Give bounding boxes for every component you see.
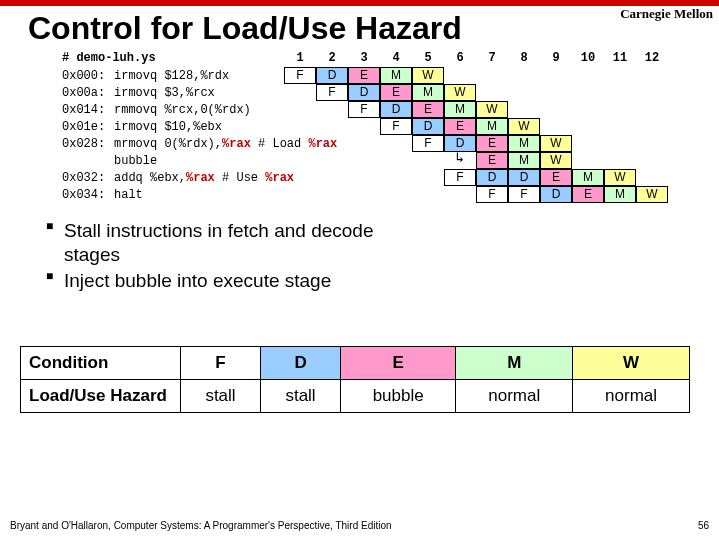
- pipeline-diagram: # demo-luh.ys 123456789101112 0x000:irmo…: [62, 49, 719, 203]
- cycle-2: 2: [316, 52, 348, 64]
- cycle-11: 11: [604, 52, 636, 64]
- stage-F: F: [380, 118, 412, 135]
- stage-M: M: [508, 152, 540, 169]
- stage-M: M: [476, 118, 508, 135]
- stage-E: E: [412, 101, 444, 118]
- code-file-comment: # demo-luh.ys: [62, 52, 284, 64]
- instruction: irmovq $3,%rcx: [114, 87, 284, 99]
- stage-F: F: [508, 186, 540, 203]
- stage-F: F: [316, 84, 348, 101]
- stage-E: E: [572, 186, 604, 203]
- brand: Carnegie Mellon: [620, 6, 713, 22]
- stage-F: F: [348, 101, 380, 118]
- code-row: 0x028:mrmovq 0(%rdx),%rax # Load %raxFDE…: [62, 135, 719, 152]
- code-row: 0x01e:irmovq $10,%ebxFDEMW: [62, 118, 719, 135]
- slide-title: Control for Load/Use Hazard: [28, 10, 719, 47]
- bullet-text: Inject bubble into execute stage: [64, 269, 331, 293]
- cycle-5: 5: [412, 52, 444, 64]
- addr: 0x028:: [62, 138, 114, 150]
- table-cell: stall: [181, 380, 261, 413]
- addr: 0x014:: [62, 104, 114, 116]
- stage-E: E: [444, 118, 476, 135]
- stage-D: D: [476, 169, 508, 186]
- stage-W: W: [412, 67, 444, 84]
- stage-D: D: [508, 169, 540, 186]
- code-row: 0x034:haltFFDEMW: [62, 186, 719, 203]
- bullet-item: ■Inject bubble into execute stage: [46, 269, 719, 293]
- table-header: D: [261, 347, 341, 380]
- table-header: Condition: [21, 347, 181, 380]
- bullets: ■Stall instructions in fetch and decode …: [46, 219, 719, 292]
- stage-D: D: [348, 84, 380, 101]
- table-cell: stall: [261, 380, 341, 413]
- code-row: 0x000:irmovq $128,%rdxFDEMW: [62, 67, 719, 84]
- stage-W: W: [444, 84, 476, 101]
- stage-D: D: [316, 67, 348, 84]
- instruction: bubble: [114, 155, 284, 167]
- page-number: 56: [698, 520, 709, 531]
- table-header: M: [456, 347, 573, 380]
- addr: 0x032:: [62, 172, 114, 184]
- cycle-9: 9: [540, 52, 572, 64]
- stage-W: W: [604, 169, 636, 186]
- table-cell: normal: [573, 380, 690, 413]
- stage-W: W: [636, 186, 668, 203]
- cycle-12: 12: [636, 52, 668, 64]
- bullet-item: ■Stall instructions in fetch and decode …: [46, 219, 719, 267]
- bullet-text: Stall instructions in fetch and decode s…: [64, 219, 394, 267]
- addr: 0x034:: [62, 189, 114, 201]
- cycle-7: 7: [476, 52, 508, 64]
- cycle-1: 1: [284, 52, 316, 64]
- cycle-3: 3: [348, 52, 380, 64]
- stage-M: M: [380, 67, 412, 84]
- stage-D: D: [412, 118, 444, 135]
- action-table: ConditionFDEMW Load/Use Hazardstallstall…: [20, 346, 690, 413]
- stage-F: F: [412, 135, 444, 152]
- stage-D: D: [540, 186, 572, 203]
- stage-M: M: [604, 186, 636, 203]
- cycle-8: 8: [508, 52, 540, 64]
- stage-M: M: [444, 101, 476, 118]
- stage-F: F: [284, 67, 316, 84]
- bullet-icon: ■: [46, 219, 64, 267]
- stage-W: W: [476, 101, 508, 118]
- instruction: rmmovq %rcx,0(%rdx): [114, 104, 284, 116]
- table-header: E: [341, 347, 456, 380]
- instruction: halt: [114, 189, 284, 201]
- stage-F: F: [444, 169, 476, 186]
- stage-W: W: [508, 118, 540, 135]
- table-cell: Load/Use Hazard: [21, 380, 181, 413]
- stage-M: M: [572, 169, 604, 186]
- cycle-6: 6: [444, 52, 476, 64]
- stage-D: D: [380, 101, 412, 118]
- stage-E: E: [476, 135, 508, 152]
- table-cell: bubble: [341, 380, 456, 413]
- bullet-icon: ■: [46, 269, 64, 293]
- code-row: 0x014:rmmovq %rcx,0(%rdx)FDEMW: [62, 101, 719, 118]
- instruction: irmovq $128,%rdx: [114, 70, 284, 82]
- addr: 0x000:: [62, 70, 114, 82]
- stage-M: M: [412, 84, 444, 101]
- instruction: mrmovq 0(%rdx),%rax # Load %rax: [114, 138, 284, 150]
- cycle-4: 4: [380, 52, 412, 64]
- table-cell: normal: [456, 380, 573, 413]
- addr: 0x01e:: [62, 121, 114, 133]
- stage-E: E: [348, 67, 380, 84]
- instruction: addq %ebx,%rax # Use %rax: [114, 172, 284, 184]
- stage-W: W: [540, 152, 572, 169]
- addr: 0x00a:: [62, 87, 114, 99]
- stage-E: E: [476, 152, 508, 169]
- code-row: 0x00a:irmovq $3,%rcxFDEMW: [62, 84, 719, 101]
- table-header: W: [573, 347, 690, 380]
- stage-M: M: [508, 135, 540, 152]
- forward-arrow-icon: ↳: [444, 152, 476, 169]
- stage-W: W: [540, 135, 572, 152]
- code-row: bubble↳EMW: [62, 152, 719, 169]
- stage-F: F: [476, 186, 508, 203]
- instruction: irmovq $10,%ebx: [114, 121, 284, 133]
- stage-E: E: [380, 84, 412, 101]
- table-header: F: [181, 347, 261, 380]
- code-row: 0x032:addq %ebx,%rax # Use %raxFDDEMW: [62, 169, 719, 186]
- cycle-10: 10: [572, 52, 604, 64]
- stage-E: E: [540, 169, 572, 186]
